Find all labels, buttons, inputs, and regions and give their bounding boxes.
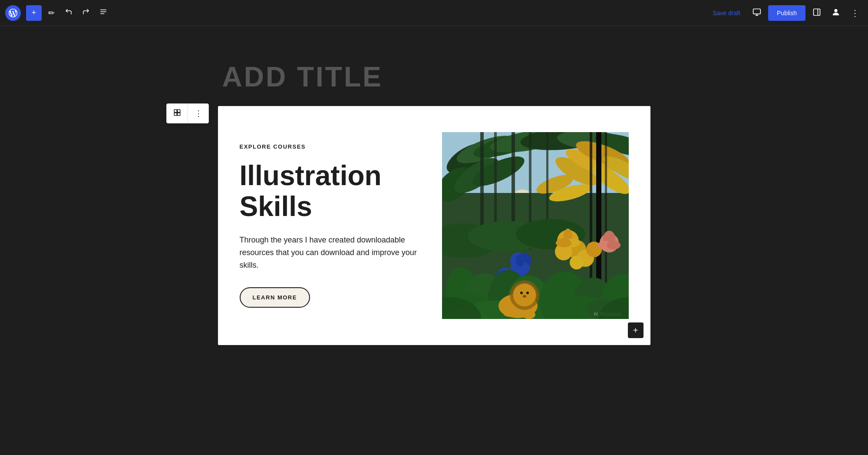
save-draft-button[interactable]: Save draft (707, 6, 746, 20)
page-title-placeholder[interactable]: ADD TITLE (218, 61, 650, 93)
heading-line1: Illustration (240, 160, 382, 191)
save-draft-label: Save draft (713, 10, 740, 17)
svg-point-65 (607, 241, 620, 249)
user-avatar-icon (831, 7, 841, 19)
svg-point-81 (520, 292, 523, 294)
main-toolbar: + ✏ (0, 0, 868, 26)
undo-icon (65, 8, 73, 18)
page-content-card: EXPLORE COURSES Illustration Skills Thro… (218, 106, 650, 345)
publish-label: Publish (777, 10, 797, 17)
publish-button[interactable]: Publish (768, 5, 805, 21)
svg-point-58 (556, 239, 571, 247)
svg-point-85 (522, 310, 535, 319)
block-more-options-button[interactable]: ⋮ (188, 104, 208, 123)
hero-heading[interactable]: Illustration Skills (240, 160, 425, 222)
hero-description[interactable]: Through the years I have created downloa… (240, 234, 425, 271)
redo-icon (82, 8, 90, 18)
pencil-icon: ✏ (48, 8, 55, 18)
svg-rect-11 (174, 113, 177, 116)
monitor-icon (752, 8, 761, 18)
document-overview-button[interactable] (96, 5, 111, 21)
wp-logo-icon (9, 9, 17, 17)
hero-section: EXPLORE COURSES Illustration Skills Thro… (218, 106, 650, 345)
svg-rect-9 (174, 110, 177, 112)
user-button[interactable] (828, 5, 844, 21)
svg-point-83 (523, 295, 526, 298)
toolbar-right: Save draft Publish (707, 5, 863, 21)
svg-rect-6 (814, 9, 820, 15)
undo-button[interactable] (61, 5, 76, 21)
heading-line2: Skills (240, 191, 312, 222)
learn-more-button[interactable]: LEARN MORE (240, 287, 310, 308)
block-select-button[interactable] (167, 104, 188, 123)
explore-label: EXPLORE COURSES (240, 143, 425, 150)
sidebar-icon (812, 8, 821, 18)
canvas-area: ADD TITLE ⋮ EXPLORE COURSES (0, 26, 868, 455)
preview-button[interactable] (749, 5, 765, 21)
select-parent-icon (173, 109, 181, 118)
title-placeholder-text: ADD TITLE (222, 61, 383, 93)
jungle-painting-svg: H. Rousseau (442, 132, 629, 319)
svg-point-82 (526, 292, 529, 294)
svg-point-8 (834, 9, 837, 12)
svg-rect-3 (753, 9, 761, 14)
add-block-bottom-button[interactable]: + (628, 322, 644, 338)
cta-label: LEARN MORE (253, 294, 297, 301)
wordpress-logo[interactable] (5, 5, 21, 21)
svg-point-84 (503, 308, 516, 317)
vertical-dots-icon: ⋮ (851, 8, 859, 18)
svg-point-50 (516, 254, 525, 266)
redo-button[interactable] (78, 5, 94, 21)
more-options-button[interactable]: ⋮ (847, 5, 863, 21)
list-view-icon (99, 8, 107, 18)
hero-image: H. Rousseau (442, 132, 629, 319)
hero-content: EXPLORE COURSES Illustration Skills Thro… (240, 143, 425, 307)
tools-button[interactable]: ✏ (43, 5, 59, 21)
svg-rect-10 (178, 110, 180, 112)
add-block-button[interactable]: + (26, 5, 42, 21)
toolbar-left: + ✏ (5, 5, 707, 21)
svg-point-61 (570, 256, 584, 269)
sidebar-toggle-button[interactable] (809, 5, 825, 21)
add-block-bottom-icon: + (633, 325, 638, 335)
block-dots-icon: ⋮ (195, 109, 202, 118)
svg-rect-12 (178, 113, 180, 116)
block-toolbar: ⋮ (166, 103, 209, 123)
plus-icon: + (32, 8, 36, 17)
